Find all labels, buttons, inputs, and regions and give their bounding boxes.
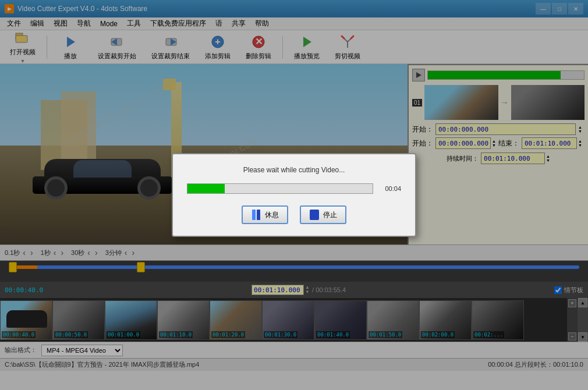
stop-button[interactable]: 停止 [300,205,346,224]
dialog-time: 00:04 [378,185,401,192]
dialog-progress-row: 00:04 [187,183,401,194]
dialog-buttons: 休息 停止 [187,205,401,224]
dialog-overlay: Please wait while cutting Video... 00:04… [0,0,588,390]
cutting-dialog: Please wait while cutting Video... 00:04… [172,153,416,237]
dialog-progress-bar [187,183,373,194]
stop-icon [309,208,320,221]
pause-button[interactable]: 休息 [242,205,288,224]
pause-label: 休息 [265,210,279,220]
dialog-progress-fill [187,184,225,193]
pause-icon [251,208,261,221]
stop-label: 停止 [323,210,337,220]
dialog-message: Please wait while cutting Video... [187,166,401,174]
